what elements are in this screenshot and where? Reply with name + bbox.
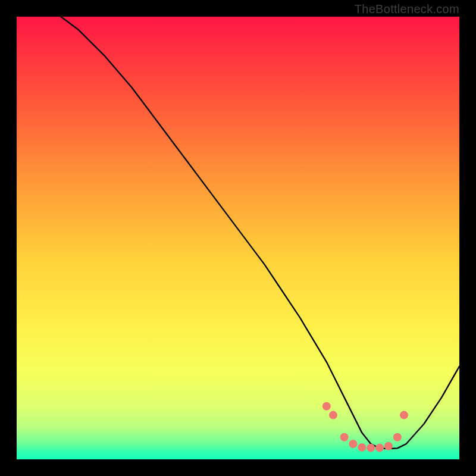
curve-marker [329,411,337,419]
bottleneck-curve [61,17,459,449]
plot-area [17,17,459,459]
curve-marker [358,443,366,452]
curve-layer [17,17,459,459]
curve-marker [340,433,349,441]
curve-marker [322,402,331,411]
curve-markers [322,402,408,452]
curve-marker [375,444,384,452]
curve-marker [384,442,393,450]
chart-frame: TheBottleneck.com [0,0,476,476]
curve-marker [393,433,402,441]
curve-marker [349,440,357,448]
watermark-text: TheBottleneck.com [355,2,459,16]
curve-marker [367,444,375,452]
curve-marker [400,411,408,419]
